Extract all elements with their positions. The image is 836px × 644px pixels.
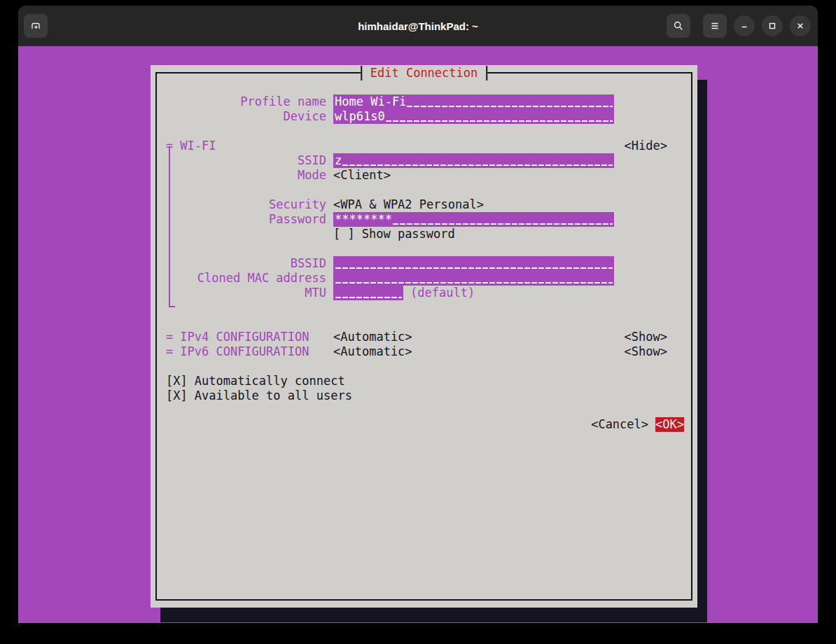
headerbar: himhaidar@ThinkPad: ~ — [18, 6, 818, 46]
hamburger-menu-icon — [709, 20, 720, 31]
security-label: Security — [155, 197, 326, 212]
mode-select[interactable]: <Client> — [333, 168, 391, 183]
ipv6-show-toggle[interactable]: <Show> — [625, 344, 667, 359]
ssid-input[interactable]: z — [333, 153, 614, 168]
ipv6-section-marker: = — [166, 344, 173, 359]
profile-name-row: Profile name Home Wi-Fi — [155, 94, 692, 109]
password-row: Password ******** — [155, 212, 692, 227]
ssid-label: SSID — [155, 153, 326, 168]
maximize-icon — [767, 20, 778, 31]
checkbox-glyph: [X] — [166, 374, 188, 388]
input-underscore-fill — [335, 267, 613, 269]
mtu-row: MTU (default) — [155, 286, 692, 300]
password-input[interactable]: ******** — [333, 212, 614, 227]
automatically-connect-label: Automatically connect — [195, 374, 345, 388]
available-to-all-users-row: [X] Available to all users — [155, 388, 692, 403]
ipv4-section-marker: = — [166, 330, 173, 344]
available-to-all-users-label: Available to all users — [195, 388, 352, 403]
device-input[interactable]: wlp61s0 — [333, 109, 614, 124]
ipv6-section-label: IPv6 CONFIGURATION — [180, 344, 309, 359]
input-underscore-fill — [393, 223, 613, 225]
security-select[interactable]: <WPA & WPA2 Personal> — [333, 197, 484, 212]
close-icon — [795, 20, 806, 31]
terminal-window: himhaidar@ThinkPad: ~ — [18, 6, 818, 623]
terminal-content: Edit Connection Profile name Home Wi-Fi … — [18, 46, 818, 623]
bssid-label: BSSID — [155, 256, 326, 271]
ipv4-method-select[interactable]: <Automatic> — [333, 330, 412, 344]
ipv4-show-toggle[interactable]: <Show> — [625, 330, 667, 344]
ssid-row: SSID z — [155, 153, 692, 168]
password-value: ******** — [335, 212, 392, 227]
available-to-all-users-checkbox[interactable]: [X] Available to all users — [166, 388, 352, 403]
checkbox-glyph: [ ] — [333, 227, 355, 241]
new-tab-icon — [30, 20, 41, 31]
bssid-row: BSSID — [155, 256, 692, 271]
ssid-value: z — [335, 153, 342, 168]
ipv4-section-row: = IPv4 CONFIGURATION <Automatic> <Show> — [155, 330, 692, 344]
maximize-button[interactable] — [762, 15, 783, 36]
cancel-button[interactable]: <Cancel> — [591, 417, 648, 432]
cloned-mac-input[interactable] — [333, 271, 614, 286]
wifi-section-row: = WI-FI <Hide> — [155, 139, 692, 153]
mtu-input[interactable] — [333, 286, 403, 300]
edit-connection-dialog: Edit Connection Profile name Home Wi-Fi … — [151, 65, 697, 608]
input-underscore-fill — [342, 164, 613, 166]
show-password-checkbox[interactable]: [ ] Show password — [333, 227, 455, 241]
ipv6-section-row: = IPv6 CONFIGURATION <Automatic> <Show> — [155, 344, 692, 359]
input-underscore-fill — [335, 297, 402, 298]
device-label: Device — [155, 109, 326, 124]
mtu-label: MTU — [155, 286, 326, 300]
mtu-default-hint: (default) — [410, 286, 475, 300]
bssid-input[interactable] — [333, 256, 614, 271]
profile-name-value: Home Wi-Fi — [335, 94, 406, 109]
automatically-connect-checkbox[interactable]: [X] Automatically connect — [166, 374, 345, 388]
wifi-section-label: WI-FI — [180, 139, 216, 153]
security-row: Security <WPA & WPA2 Personal> — [155, 197, 692, 212]
input-underscore-fill — [386, 120, 613, 122]
wifi-hide-toggle[interactable]: <Hide> — [625, 139, 667, 153]
mode-label: Mode — [155, 168, 326, 183]
menu-button[interactable] — [703, 14, 727, 38]
ipv6-method-select[interactable]: <Automatic> — [333, 344, 412, 359]
input-underscore-fill — [407, 106, 613, 107]
automatically-connect-row: [X] Automatically connect — [155, 374, 692, 388]
password-label: Password — [155, 212, 326, 227]
wifi-section-marker: = — [166, 139, 173, 153]
new-tab-button[interactable] — [24, 14, 48, 38]
profile-name-label: Profile name — [155, 94, 326, 109]
close-button[interactable] — [790, 15, 811, 36]
search-button[interactable] — [667, 14, 690, 38]
profile-name-input[interactable]: Home Wi-Fi — [333, 94, 614, 109]
ok-button[interactable]: <OK> — [655, 417, 684, 432]
minimize-icon — [739, 20, 750, 31]
dialog-buttons-row: <Cancel> <OK> — [155, 417, 692, 432]
show-password-label: Show password — [362, 227, 455, 241]
mode-row: Mode <Client> — [155, 168, 692, 183]
checkbox-glyph: [X] — [166, 388, 188, 403]
dialog-title: Edit Connection — [361, 66, 488, 80]
device-row: Device wlp61s0 — [155, 109, 692, 124]
device-value: wlp61s0 — [335, 109, 385, 124]
search-icon — [673, 20, 684, 31]
show-password-row: [ ] Show password — [155, 227, 692, 241]
cloned-mac-row: Cloned MAC address — [155, 271, 692, 286]
ipv4-section-label: IPv4 CONFIGURATION — [180, 330, 309, 344]
input-underscore-fill — [335, 282, 613, 284]
cloned-mac-label: Cloned MAC address — [155, 271, 326, 286]
minimize-button[interactable] — [734, 15, 755, 36]
